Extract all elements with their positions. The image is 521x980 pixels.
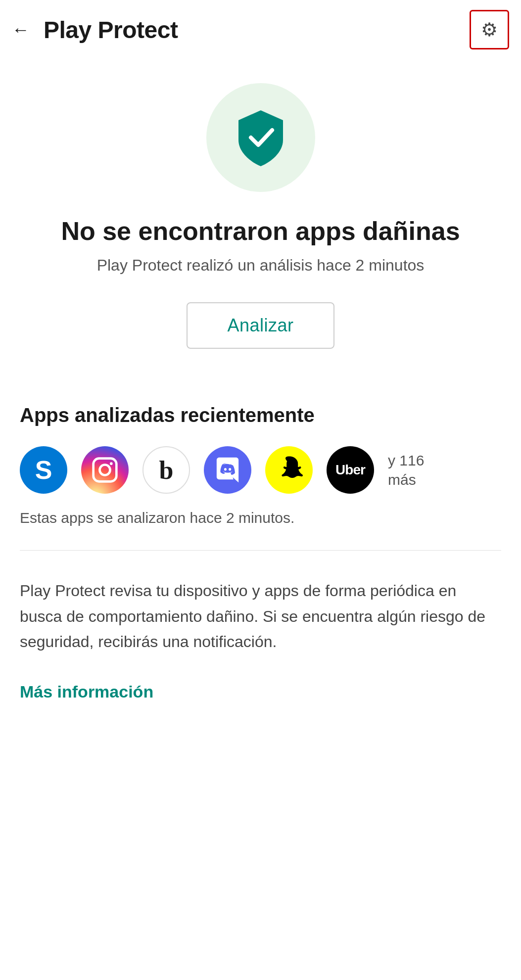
gear-icon: ⚙: [481, 19, 498, 41]
page-title: Play Protect: [44, 16, 178, 44]
apps-more-count: y 116más: [388, 451, 424, 489]
status-title: No se encontraron apps dañinas: [51, 216, 470, 246]
apps-section-title: Apps analizadas recientemente: [20, 404, 501, 426]
analyze-button-label: Analizar: [227, 315, 293, 335]
shield-icon: [234, 108, 288, 167]
svg-point-1: [100, 465, 110, 475]
app-icon-discord[interactable]: [204, 446, 251, 494]
byjus-label: b: [159, 456, 174, 485]
skype-label: S: [35, 455, 52, 485]
app-icon-byjus[interactable]: b: [142, 446, 190, 494]
uber-label: Uber: [335, 462, 365, 478]
header-left: ← Play Protect: [8, 16, 178, 44]
analyze-button[interactable]: Analizar: [187, 302, 334, 349]
discord-icon: [212, 455, 243, 485]
app-icon-snapchat[interactable]: [265, 446, 313, 494]
header: ← Play Protect ⚙: [0, 0, 521, 59]
apps-section: Apps analizadas recientemente S b: [0, 404, 521, 550]
divider: [20, 550, 501, 551]
shield-circle: [206, 83, 315, 192]
svg-point-2: [110, 463, 113, 466]
apps-row: S b: [20, 446, 501, 494]
app-icon-instagram[interactable]: [81, 446, 129, 494]
settings-button[interactable]: ⚙: [470, 10, 509, 49]
more-info-link[interactable]: Más información: [20, 682, 501, 701]
shield-section: No se encontraron apps dañinas Play Prot…: [0, 59, 521, 404]
screen: ← Play Protect ⚙ No se encontraron apps …: [0, 0, 521, 980]
instagram-icon: [91, 456, 119, 484]
info-section: Play Protect revisa tu dispositivo y app…: [0, 578, 521, 701]
svg-rect-0: [94, 459, 117, 482]
info-body: Play Protect revisa tu dispositivo y app…: [20, 578, 501, 654]
snapchat-icon: [274, 455, 304, 485]
app-icon-uber[interactable]: Uber: [327, 446, 374, 494]
app-icon-skype[interactable]: S: [20, 446, 67, 494]
status-subtitle: Play Protect realizó un análisis hace 2 …: [97, 256, 425, 275]
back-button[interactable]: ←: [8, 17, 34, 43]
apps-analyzed-time: Estas apps se analizaron hace 2 minutos.: [20, 510, 501, 526]
